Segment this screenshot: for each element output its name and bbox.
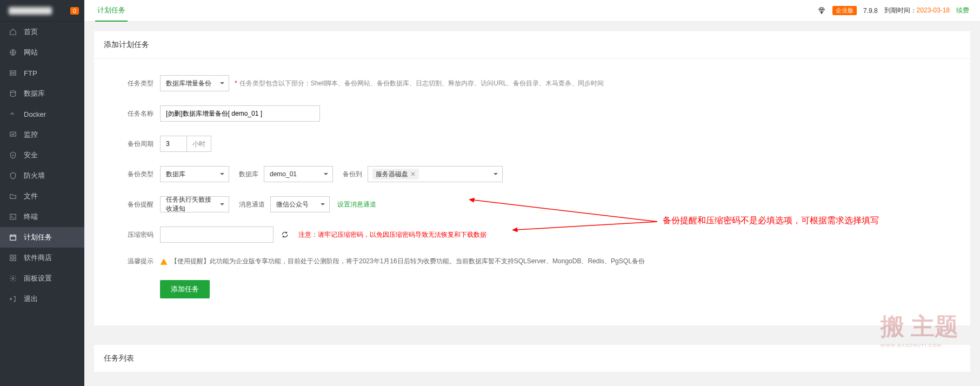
globe-icon <box>8 49 18 56</box>
svg-rect-8 <box>10 132 16 136</box>
label-backup-cycle: 备份周期 <box>121 139 154 149</box>
sidebar-item-security[interactable]: 安全 <box>0 145 84 165</box>
database-icon <box>8 90 18 97</box>
label-channel: 消息通道 <box>239 200 265 209</box>
select-task-type[interactable]: 数据库增量备份 <box>160 75 229 91</box>
form-body: 任务类型 数据库增量备份 *任务类型包含以下部分：Shell脚本、备份网站、备份… <box>94 59 970 325</box>
input-compress-pwd[interactable] <box>160 227 274 243</box>
terminal-icon <box>8 213 18 221</box>
label-dest: 备份到 <box>343 170 362 179</box>
hint-compress-pwd: 注意：请牢记压缩密码，以免因压缩密码导致无法恢复和下载数据 <box>298 230 486 239</box>
sidebar-item-files[interactable]: 文件 <box>0 186 84 207</box>
grid-icon <box>8 254 18 262</box>
select-db[interactable]: demo_01 <box>264 166 333 182</box>
label-db: 数据库 <box>239 170 258 179</box>
ftp-icon <box>8 69 18 77</box>
monitor-icon <box>8 131 18 138</box>
add-task-panel: 添加计划任务 任务类型 数据库增量备份 *任务类型包含以下部分：Shell脚本、… <box>94 31 970 325</box>
add-task-button[interactable]: 添加任务 <box>160 280 210 298</box>
sidebar-item-settings[interactable]: 面板设置 <box>0 268 84 289</box>
svg-rect-13 <box>10 258 12 261</box>
svg-rect-1 <box>10 71 16 72</box>
sidebar: xxxxx 0 首页 网站 FTP 数据库 Docker 监控 安 <box>0 0 84 386</box>
sidebar-item-label: 文件 <box>24 191 38 201</box>
sidebar-item-terminal[interactable]: 终端 <box>0 207 84 227</box>
svg-rect-4 <box>10 114 11 115</box>
docker-icon <box>8 110 18 118</box>
sidebar-item-label: 防火墙 <box>24 171 45 181</box>
sidebar-item-label: 监控 <box>24 130 38 139</box>
msg-count-badge[interactable]: 0 <box>70 7 79 15</box>
sidebar-item-store[interactable]: 软件商店 <box>0 248 84 268</box>
refresh-icon[interactable] <box>281 231 289 238</box>
sidebar-item-label: FTP <box>24 69 37 77</box>
sidebar-item-db[interactable]: 数据库 <box>0 83 84 104</box>
expire-date: 2023-03-18 <box>917 6 950 14</box>
server-name-blurred: xxxxx <box>9 7 52 15</box>
edition-badge: 企业版 <box>832 6 857 15</box>
expire-label: 到期时间： <box>884 6 917 14</box>
svg-rect-12 <box>14 255 16 257</box>
sidebar-item-monitor[interactable]: 监控 <box>0 124 84 145</box>
select-channel[interactable]: 微信公众号 <box>270 196 330 212</box>
select-remind[interactable]: 任务执行失败接收通知 <box>160 196 229 212</box>
sidebar-item-home[interactable]: 首页 <box>0 22 84 42</box>
dest-chip: 服务器磁盘 ✕ <box>372 169 419 179</box>
svg-rect-6 <box>13 114 14 115</box>
sidebar-item-label: 计划任务 <box>24 232 52 242</box>
firewall-icon <box>8 172 18 179</box>
logout-icon <box>8 295 18 303</box>
select-dest[interactable]: 服务器磁盘 ✕ <box>368 166 503 182</box>
sidebar-item-site[interactable]: 网站 <box>0 42 84 63</box>
calendar-icon <box>8 234 18 241</box>
topbar: 计划任务 企业版 7.9.8 到期时间：2023-03-18 续费 <box>84 0 980 22</box>
version-text: 7.9.8 <box>863 7 878 15</box>
gear-icon <box>8 275 18 282</box>
annotation-text: 备份提醒和压缩密码不是必填选项，可根据需求选择填写 <box>663 215 879 227</box>
sidebar-item-label: 网站 <box>24 48 38 57</box>
main-area: 计划任务 企业版 7.9.8 到期时间：2023-03-18 续费 添加计划任务… <box>84 0 980 386</box>
sidebar-item-label: 软件商店 <box>24 253 52 263</box>
svg-rect-7 <box>12 112 13 114</box>
sidebar-item-label: 数据库 <box>24 89 45 98</box>
label-compress-pwd: 压缩密码 <box>121 230 154 239</box>
svg-rect-9 <box>10 214 16 219</box>
warning-icon <box>160 258 168 265</box>
unit-hours: 小时 <box>187 136 211 152</box>
sidebar-item-cron[interactable]: 计划任务 <box>0 227 84 248</box>
label-task-name: 任务名称 <box>121 109 154 118</box>
sidebar-item-label: 面板设置 <box>24 274 52 283</box>
renew-link[interactable]: 续费 <box>956 6 969 15</box>
remove-dest-icon[interactable]: ✕ <box>410 170 416 178</box>
svg-rect-10 <box>10 235 16 240</box>
label-task-type: 任务类型 <box>121 79 154 88</box>
task-list-title: 任务列表 <box>94 345 970 372</box>
diamond-icon <box>817 6 826 15</box>
task-list-panel: 任务列表 <box>94 345 970 372</box>
sidebar-item-firewall[interactable]: 防火墙 <box>0 165 84 186</box>
sidebar-item-label: 首页 <box>24 27 38 37</box>
tip-text: 【使用提醒】此功能为企业版专享功能，目前处于公测阶段，将于2023年1月16日后… <box>171 257 645 266</box>
label-backup-type: 备份类型 <box>121 170 154 179</box>
svg-point-3 <box>10 91 15 93</box>
sidebar-item-ftp[interactable]: FTP <box>0 63 84 83</box>
input-task-name[interactable] <box>160 105 320 122</box>
hint-task-type: *任务类型包含以下部分：Shell脚本、备份网站、备份数据库、日志切割、释放内存… <box>235 79 604 88</box>
home-icon <box>8 28 18 36</box>
label-tip: 温馨提示 <box>121 257 154 266</box>
sidebar-header: xxxxx 0 <box>0 0 84 22</box>
sidebar-item-label: 安全 <box>24 150 38 160</box>
panel-title: 添加计划任务 <box>94 31 970 59</box>
svg-rect-11 <box>10 255 12 257</box>
tab-cron[interactable]: 计划任务 <box>95 0 128 22</box>
sidebar-item-label: 退出 <box>24 294 38 304</box>
topbar-right: 企业版 7.9.8 到期时间：2023-03-18 续费 <box>817 6 969 15</box>
svg-rect-14 <box>14 258 16 261</box>
sidebar-item-docker[interactable]: Docker <box>0 104 84 124</box>
label-backup-remind: 备份提醒 <box>121 200 154 209</box>
sidebar-item-logout[interactable]: 退出 <box>0 289 84 309</box>
input-backup-cycle[interactable] <box>160 136 187 152</box>
select-backup-type[interactable]: 数据库 <box>160 166 229 182</box>
shield-icon <box>8 151 18 159</box>
link-config-channel[interactable]: 设置消息通道 <box>337 200 376 209</box>
